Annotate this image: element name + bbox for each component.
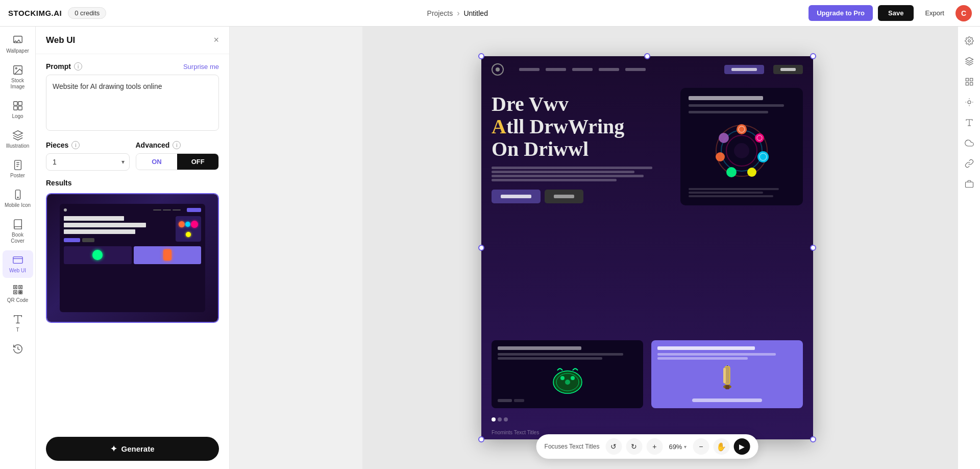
- mini-card-dark: [64, 246, 131, 264]
- gen-hero-highlight: A: [492, 115, 506, 138]
- result-image[interactable]: [46, 193, 219, 323]
- svg-rect-51: [966, 78, 968, 81]
- result-image-inner: [47, 194, 218, 322]
- handle-mid-left[interactable]: [478, 245, 484, 251]
- svg-rect-49: [725, 385, 729, 389]
- grid-button[interactable]: [961, 74, 977, 90]
- zoom-level: 69%: [669, 443, 682, 451]
- pan-mode-button[interactable]: ✋: [713, 438, 729, 455]
- generate-button[interactable]: ✦ Generate: [46, 437, 219, 461]
- breadcrumb: Projects › Untitled: [427, 9, 488, 18]
- sparkle-icon: ✦: [110, 444, 117, 454]
- sidebar-item-text[interactable]: T: [3, 310, 33, 337]
- credits-badge[interactable]: 0 credits: [68, 7, 106, 19]
- pieces-label-row: Pieces i: [46, 141, 130, 149]
- progress-dot-1: [492, 417, 496, 421]
- play-button[interactable]: ▶: [733, 438, 750, 455]
- zoom-out-button[interactable]: −: [693, 438, 709, 455]
- zoom-display[interactable]: 69% ▾: [667, 443, 689, 451]
- gen-nav-links: [519, 68, 646, 71]
- settings-button[interactable]: [961, 33, 977, 49]
- svg-rect-22: [14, 287, 16, 288]
- handle-bottom-right[interactable]: [810, 436, 816, 442]
- panel-close-button[interactable]: ×: [213, 35, 219, 45]
- stack-button[interactable]: [961, 176, 977, 192]
- layers-button[interactable]: [961, 53, 977, 69]
- sidebar-item-history[interactable]: [3, 339, 33, 359]
- svg-rect-52: [970, 78, 972, 81]
- svg-rect-5: [13, 106, 17, 110]
- avatar[interactable]: C: [955, 5, 972, 21]
- upgrade-button[interactable]: Upgrade to Pro: [808, 5, 873, 21]
- pieces-label: Pieces: [46, 141, 68, 149]
- svg-rect-13: [13, 257, 22, 264]
- pieces-select[interactable]: 1 2 3 4: [46, 153, 130, 171]
- sidebar-item-illustration[interactable]: Illustration: [3, 126, 33, 153]
- results-section: Results: [36, 179, 229, 331]
- gen-footer-text: Fnomints Texct Titles: [492, 430, 539, 435]
- prompt-textarea[interactable]: [46, 75, 219, 131]
- breadcrumb-projects[interactable]: Projects: [427, 9, 453, 17]
- logo-icon: [12, 100, 23, 111]
- gen-nav-btn2: [773, 65, 803, 74]
- panel: Web UI × Prompt i Surprise me Pieces i: [36, 27, 230, 469]
- sidebar-item-web-ui[interactable]: Web UI: [3, 250, 33, 278]
- advanced-label: Advanced: [136, 141, 170, 149]
- zoom-in-button[interactable]: +: [646, 438, 663, 455]
- svg-point-44: [571, 376, 575, 380]
- save-button[interactable]: Save: [878, 5, 914, 21]
- svg-point-33: [747, 168, 756, 177]
- sidebar-item-book-cover[interactable]: Book Cover: [3, 215, 33, 248]
- svg-rect-6: [18, 106, 21, 110]
- knife-svg: [712, 364, 743, 394]
- canvas-area: Dre Vwv Atll DrwWring On Driwwl: [230, 27, 958, 469]
- grid-icon: [965, 77, 974, 86]
- svg-rect-47: [723, 368, 726, 383]
- sidebar-item-logo[interactable]: Logo: [3, 96, 33, 124]
- advanced-col: Advanced i ON OFF: [136, 141, 219, 170]
- mini-text-block: [64, 216, 174, 242]
- toggle-on-button[interactable]: ON: [136, 154, 178, 170]
- mini-nav-lines: [153, 209, 181, 210]
- book-cover-icon: [12, 219, 23, 230]
- export-button[interactable]: Export: [919, 5, 950, 21]
- prompt-info-icon[interactable]: i: [74, 62, 82, 71]
- link-button[interactable]: [961, 155, 977, 172]
- surprise-me-link[interactable]: Surprise me: [183, 63, 219, 71]
- handle-mid-right[interactable]: [810, 245, 816, 251]
- redo-button[interactable]: ↻: [626, 438, 642, 455]
- handle-bottom-left[interactable]: [478, 436, 484, 442]
- advanced-info-icon[interactable]: i: [173, 141, 181, 149]
- pieces-info-icon[interactable]: i: [71, 141, 80, 149]
- progress-dot-2: [498, 417, 502, 421]
- sidebar-item-mobile-icon[interactable]: Mobile Icon: [3, 185, 33, 213]
- mobile-icon-icon: [12, 189, 23, 200]
- svg-point-35: [716, 152, 725, 161]
- sidebar-item-stock-image[interactable]: Stock Image: [3, 60, 33, 94]
- gen-card-sub1: [689, 104, 784, 107]
- canvas-viewport[interactable]: Dre Vwv Atll DrwWring On Driwwl: [481, 56, 813, 439]
- gen-nav-btn: [724, 65, 764, 74]
- undo-button[interactable]: ↺: [605, 438, 622, 455]
- sidebar-item-poster[interactable]: Poster: [3, 155, 33, 183]
- breadcrumb-separator: ›: [457, 9, 459, 18]
- text-tool-button[interactable]: [961, 114, 977, 131]
- shapes-button[interactable]: [961, 94, 977, 110]
- handle-top-right[interactable]: [810, 53, 816, 59]
- svg-rect-4: [18, 102, 21, 105]
- sidebar-item-wallpaper[interactable]: Wallpaper: [3, 31, 33, 58]
- text-icon: [12, 314, 23, 325]
- handle-top-left[interactable]: [478, 53, 484, 59]
- handle-mid-top[interactable]: [644, 53, 650, 59]
- wallpaper-icon: [12, 35, 23, 46]
- layers-icon: [965, 57, 974, 66]
- gen-bottom-section: [481, 335, 813, 413]
- sidebar-item-qr-code[interactable]: QR Code: [3, 280, 33, 308]
- canvas-right-margin: [932, 27, 958, 469]
- stack-icon: [965, 179, 974, 189]
- app-logo: STOCKIMG.AI: [8, 9, 62, 17]
- mandala-svg: [711, 120, 772, 181]
- toggle-off-button[interactable]: OFF: [177, 154, 218, 170]
- cloud-button[interactable]: [961, 135, 977, 151]
- gen-hero-right: [680, 88, 803, 330]
